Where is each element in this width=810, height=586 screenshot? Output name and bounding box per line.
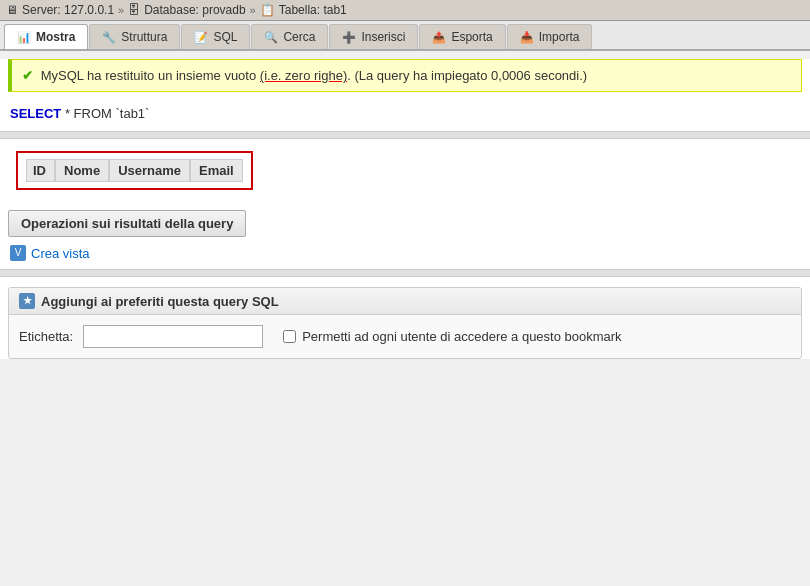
bookmark-checkbox[interactable] <box>283 330 296 343</box>
breadcrumb-sep2: » <box>250 4 256 16</box>
success-underline: (i.e. zero righe) <box>260 68 347 83</box>
tab-importa[interactable]: Importa <box>507 24 593 49</box>
breadcrumb-sep1: » <box>118 4 124 16</box>
tab-struttura-label: Struttura <box>121 30 167 44</box>
tab-cerca[interactable]: Cerca <box>251 24 328 49</box>
tab-inserisci[interactable]: Inserisci <box>329 24 418 49</box>
crea-vista-label: Crea vista <box>31 246 90 261</box>
success-text-after: . (La query ha impiegato 0,0006 secondi.… <box>347 68 587 83</box>
table-headers-section: ID Nome Username Email <box>16 151 253 190</box>
sql-display: SELECT * FROM `tab1` <box>0 100 810 131</box>
sql-rest: * FROM `tab1` <box>61 106 149 121</box>
importa-icon <box>520 30 534 44</box>
tab-mostra-label: Mostra <box>36 30 75 44</box>
database-icon <box>128 3 140 17</box>
tab-importa-label: Importa <box>539 30 580 44</box>
server-icon <box>6 3 18 17</box>
esporta-icon <box>432 30 446 44</box>
tab-esporta-label: Esporta <box>451 30 492 44</box>
success-message: ✔ MySQL ha restituito un insieme vuoto (… <box>8 59 802 92</box>
database-label: Database: provadb <box>144 3 245 17</box>
success-text-before: MySQL ha restituito un insieme vuoto <box>41 68 260 83</box>
section-divider-2 <box>0 269 810 277</box>
etichetta-input[interactable] <box>83 325 263 348</box>
server-label: Server: 127.0.0.1 <box>22 3 114 17</box>
tab-sql[interactable]: SQL <box>181 24 250 49</box>
crea-vista-icon: V <box>10 245 26 261</box>
struttura-icon <box>102 30 116 44</box>
tab-esporta[interactable]: Esporta <box>419 24 505 49</box>
bookmark-section: ★ Aggiungi ai preferiti questa query SQL… <box>8 287 802 359</box>
table-header-row: ID Nome Username Email <box>26 159 243 182</box>
main-content: ✔ MySQL ha restituito un insieme vuoto (… <box>0 59 810 359</box>
nav-tabs: Mostra Struttura SQL Cerca Inserisci Esp… <box>0 21 810 51</box>
bookmark-header[interactable]: ★ Aggiungi ai preferiti questa query SQL <box>9 288 801 315</box>
table-icon <box>260 3 275 17</box>
mostra-icon <box>17 30 31 44</box>
operations-section: Operazioni sui risultati della query <box>8 210 802 237</box>
tab-mostra[interactable]: Mostra <box>4 24 88 49</box>
top-bar: Server: 127.0.0.1 » Database: provadb » … <box>0 0 810 21</box>
bookmark-icon: ★ <box>19 293 35 309</box>
operations-button[interactable]: Operazioni sui risultati della query <box>8 210 246 237</box>
sql-icon <box>194 30 208 44</box>
sql-keyword: SELECT <box>10 106 61 121</box>
tab-sql-label: SQL <box>213 30 237 44</box>
crea-vista-link[interactable]: V Crea vista <box>10 245 800 261</box>
cerca-icon <box>264 30 278 44</box>
table-label: Tabella: tab1 <box>279 3 347 17</box>
etichetta-label: Etichetta: <box>19 329 73 344</box>
tab-cerca-label: Cerca <box>283 30 315 44</box>
check-icon: ✔ <box>22 68 33 83</box>
tab-inserisci-label: Inserisci <box>361 30 405 44</box>
bookmark-checkbox-label[interactable]: Permetti ad ogni utente di accedere a qu… <box>283 329 621 344</box>
col-nome[interactable]: Nome <box>55 159 109 182</box>
col-email[interactable]: Email <box>190 159 243 182</box>
col-id[interactable]: ID <box>26 159 55 182</box>
bookmark-body: Etichetta: Permetti ad ogni utente di ac… <box>9 315 801 358</box>
tab-struttura[interactable]: Struttura <box>89 24 180 49</box>
inserisci-icon <box>342 30 356 44</box>
col-username[interactable]: Username <box>109 159 190 182</box>
table-headers-wrapper: ID Nome Username Email <box>0 139 810 202</box>
bookmark-checkbox-text: Permetti ad ogni utente di accedere a qu… <box>302 329 621 344</box>
section-divider <box>0 131 810 139</box>
bookmark-header-label: Aggiungi ai preferiti questa query SQL <box>41 294 279 309</box>
